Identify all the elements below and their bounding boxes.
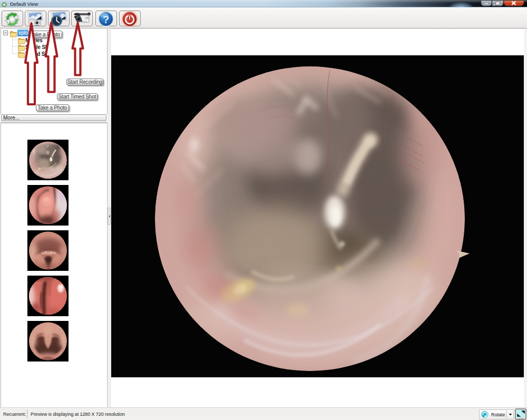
svg-text:Rotate: Rotate <box>491 412 505 417</box>
svg-text:?: ? <box>103 14 109 25</box>
